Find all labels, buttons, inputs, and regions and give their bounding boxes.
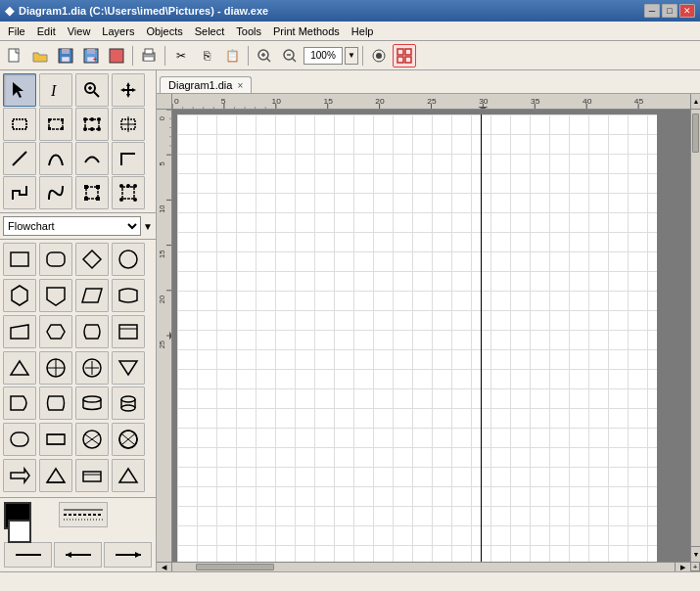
shape-xor[interactable] — [75, 423, 109, 456]
shape-delay[interactable] — [3, 386, 36, 420]
paste-button[interactable]: 📋 — [220, 44, 244, 68]
shape-manual-input[interactable] — [3, 315, 36, 348]
bezier-tool-button[interactable] — [39, 142, 72, 175]
shape-tape[interactable] — [112, 279, 145, 312]
snap-dot-button[interactable] — [367, 44, 391, 68]
line-tool-button[interactable] — [3, 142, 36, 175]
scrollbar-horizontal[interactable]: ◀ ▶ — [157, 562, 690, 571]
arc-tool-button[interactable] — [75, 142, 109, 175]
canvas-wrapper: 0 5 10 15 20 25 30 35 40 — [157, 94, 700, 571]
menu-objects[interactable]: Objects — [140, 23, 188, 39]
svg-line-48 — [13, 152, 26, 165]
shape-or[interactable] — [39, 351, 72, 385]
tab-close-button[interactable]: × — [237, 80, 243, 91]
corner-tool-button[interactable] — [112, 142, 145, 175]
svg-text:I: I — [50, 82, 57, 99]
transform-tool-button[interactable] — [112, 176, 145, 209]
obj-select-button[interactable] — [39, 108, 72, 141]
zoom-tool-button[interactable] — [75, 73, 109, 107]
minimize-button[interactable]: ─ — [644, 4, 660, 18]
shape-start[interactable] — [3, 423, 36, 456]
shape-select[interactable]: Flowchart Basic UML Network Electric — [3, 216, 141, 236]
shape-circle[interactable] — [112, 243, 145, 276]
resize-tool-button[interactable] — [75, 176, 109, 209]
svg-point-59 — [126, 184, 130, 188]
canvas-scroll[interactable] — [172, 110, 690, 562]
select-tool-button[interactable] — [3, 73, 36, 107]
move-obj-button[interactable] — [112, 108, 145, 141]
end-arrow-button[interactable] — [104, 542, 152, 568]
cut-button[interactable]: ✂ — [169, 44, 193, 68]
scroll-down-button[interactable]: ▼ — [691, 546, 700, 562]
menu-edit[interactable]: Edit — [31, 23, 62, 39]
magic-select-button[interactable] — [75, 108, 109, 141]
shape-plus-summing[interactable] — [112, 423, 145, 456]
shape-process[interactable] — [3, 243, 36, 276]
export-button[interactable] — [105, 44, 128, 68]
lines-preview[interactable] — [59, 502, 108, 527]
shape-summing[interactable] — [75, 351, 109, 385]
menu-view[interactable]: View — [62, 23, 97, 39]
menu-file[interactable]: File — [2, 23, 31, 39]
curve-tool-button[interactable] — [39, 176, 72, 209]
shape-misc3[interactable] — [112, 459, 145, 492]
zoom-in-button[interactable] — [253, 44, 276, 68]
background-color[interactable] — [8, 520, 31, 543]
open-button[interactable] — [28, 44, 52, 68]
shape-dropdown-arrow[interactable]: ▼ — [143, 221, 153, 232]
shape-misc2[interactable] — [75, 459, 109, 492]
svg-text:35: 35 — [531, 97, 540, 106]
close-button[interactable]: ✕ — [679, 4, 695, 18]
shape-drum[interactable] — [112, 386, 145, 420]
shape-rounded-rect[interactable] — [39, 243, 72, 276]
new-button[interactable] — [3, 44, 26, 68]
shape-box[interactable] — [112, 315, 145, 348]
shape-arrow-right[interactable] — [3, 459, 36, 492]
rect-select-button[interactable] — [3, 108, 36, 141]
shape-offpage[interactable] — [39, 279, 72, 312]
no-arrow-button[interactable] — [4, 542, 52, 568]
shape-disk[interactable] — [75, 386, 109, 420]
zoom-input[interactable] — [303, 47, 343, 65]
menu-select[interactable]: Select — [189, 23, 231, 39]
shape-term2[interactable] — [39, 423, 72, 456]
menu-print-methods[interactable]: Print Methods — [267, 23, 346, 39]
scroll-corner-button[interactable]: + — [690, 562, 700, 571]
svg-rect-54 — [122, 187, 134, 199]
canvas-area: Diagram1.dia × 0 5 10 15 — [157, 70, 700, 571]
menu-help[interactable]: Help — [346, 23, 380, 39]
zoom-dropdown[interactable]: ▼ — [345, 47, 358, 65]
start-arrow-button[interactable] — [54, 542, 102, 568]
shape-merge[interactable] — [112, 351, 145, 385]
print-button[interactable] — [137, 44, 161, 68]
save-button[interactable] — [54, 44, 77, 68]
shape-parallelogram[interactable] — [75, 279, 109, 312]
scroll-left-button[interactable]: ◀ — [157, 563, 172, 572]
shape-display[interactable] — [75, 315, 109, 348]
shape-diamond[interactable] — [75, 243, 109, 276]
shape-prep[interactable] — [39, 315, 72, 348]
maximize-button[interactable]: □ — [662, 4, 677, 18]
menu-layers[interactable]: Layers — [96, 23, 140, 39]
copy-button[interactable]: ⎘ — [195, 44, 218, 68]
shape-misc1[interactable] — [39, 459, 72, 492]
shape-hexagon[interactable] — [3, 279, 36, 312]
scroll-thumb-vertical[interactable] — [692, 114, 699, 153]
scroll-up-button[interactable]: ▲ — [691, 94, 700, 110]
scroll-thumb-horizontal[interactable] — [196, 564, 274, 570]
text-tool-button[interactable]: I — [39, 73, 72, 107]
move-tool-button[interactable] — [112, 73, 145, 107]
scroll-right-button[interactable]: ▶ — [675, 563, 690, 572]
diagram-canvas[interactable] — [177, 114, 657, 562]
svg-point-39 — [83, 117, 87, 121]
zoom-out-button[interactable] — [278, 44, 302, 68]
menu-tools[interactable]: Tools — [230, 23, 267, 39]
diagram-tab[interactable]: Diagram1.dia × — [160, 76, 252, 93]
scrollbar-vertical[interactable]: ▲ ▼ — [690, 94, 700, 562]
zigzag-tool-button[interactable] — [3, 176, 36, 209]
shape-extract[interactable] — [3, 351, 36, 385]
shape-stored-data[interactable] — [39, 386, 72, 420]
grid-button[interactable] — [393, 44, 416, 68]
svg-rect-5 — [87, 49, 95, 54]
saveas-button[interactable]: + — [79, 44, 103, 68]
